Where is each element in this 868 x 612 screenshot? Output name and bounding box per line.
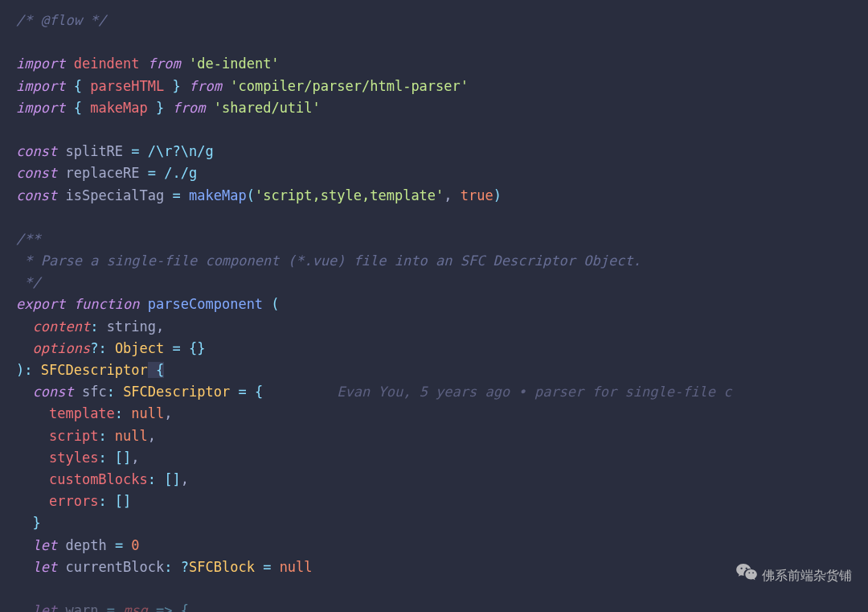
variable: isSpecialTag [65,187,164,203]
code-line: content: string, [16,316,868,338]
code-line: let depth = 0 [16,535,868,557]
import-name: parseHTML [90,78,164,94]
code-line: export function parseComponent ( [16,294,868,315]
braces: {} [189,340,205,356]
regex-literal: /./g [164,165,197,181]
array-literal: [] [164,471,180,487]
brace: } [164,78,180,94]
code-line: /* @flow */ [16,10,868,31]
brace: { [148,362,164,378]
operator: = [148,165,156,181]
keyword-function: function [74,296,140,312]
null-literal: null [115,428,148,444]
code-editor[interactable]: /* @flow */ import deindent from 'de-ind… [16,10,868,612]
code-line: import deindent from 'de-indent' [16,53,868,75]
code-line [16,31,868,53]
brace: } [148,100,164,116]
optional-marker: ? [90,340,98,356]
code-line: const splitRE = /\r?\n/g [16,141,868,162]
boolean-literal: true [461,187,493,203]
function-call: makeMap [189,187,247,203]
keyword-import: import [16,78,65,94]
brace: { [74,78,90,94]
operator: = [230,384,255,400]
keyword-import: import [16,55,65,72]
watermark: 佛系前端杂货铺 [736,564,852,588]
property: template [49,405,115,421]
string-literal: 'compiler/parser/html-parser' [230,78,469,94]
variable: depth [65,537,106,553]
variable: sfc [82,384,107,400]
colon: : [148,471,164,487]
operator: = [173,187,181,203]
colon: : [98,428,114,444]
code-line [16,119,868,141]
code-line: * Parse a single-file component (*.vue) … [16,250,868,272]
paren: ) [493,187,502,203]
operator: = [255,559,280,575]
string-literal: 'shared/util' [214,100,321,116]
array-literal: [] [115,493,131,509]
git-blame-annotation: Evan You, 5 years ago • parser for singl… [337,384,731,400]
code-line: import { makeMap } from 'shared/util' [16,97,868,119]
colon: : [115,405,131,421]
brace: } [32,515,40,531]
operator: = [107,537,132,553]
comment: */ [16,274,41,290]
type-annotation: Object [115,340,164,356]
import-name: makeMap [90,100,148,116]
comma: , [156,318,164,335]
code-line: } [16,512,868,534]
comment: /* @flow */ [16,12,107,28]
property: errors [49,493,98,509]
keyword-from: from [189,78,222,94]
watermark-text: 佛系前端杂货铺 [762,565,852,586]
brace: { [74,100,90,116]
colon: : [107,384,123,400]
null-literal: null [131,405,164,421]
code-line: let warn = msg => { [16,600,868,612]
colon: : [98,493,114,509]
arrow: => [148,602,181,612]
keyword-let: let [32,602,57,612]
string-literal: 'de-indent' [189,55,280,72]
keyword-let: let [32,537,57,553]
type-annotation: string [107,318,156,335]
paren: ) [16,362,24,378]
colon: : [98,450,114,466]
colon: : [90,318,106,335]
colon: : [164,559,180,575]
comment: * Parse a single-file component (*.vue) … [16,253,641,269]
code-line: template: null, [16,403,868,425]
import-name: deindent [74,55,140,72]
type-annotation: SFCDescriptor [123,384,230,400]
variable: currentBlock [65,559,164,575]
code-line: const sfc: SFCDescriptor = { Evan You, 5… [16,381,868,403]
nullable-marker: ? [181,559,189,575]
keyword-import: import [16,100,65,116]
string-literal: 'script,style,template' [255,187,444,203]
comma: , [148,428,156,444]
comma: , [164,405,172,421]
property: styles [49,450,98,466]
code-line: const isSpecialTag = makeMap('script,sty… [16,185,868,207]
regex-literal: /\r?\n/g [148,143,214,159]
property: script [49,428,98,444]
code-line: script: null, [16,425,868,447]
colon: : [98,340,114,356]
parameter: content [32,318,90,335]
keyword-from: from [173,100,206,116]
variable: replaceRE [65,165,139,181]
paren: ( [247,187,255,203]
comma: , [181,471,189,487]
comment: /** [16,231,41,247]
brace: { [181,602,189,612]
keyword-const: const [16,143,57,159]
parameter: msg [123,602,148,612]
comma: , [444,187,460,203]
brace: { [255,384,263,400]
code-line [16,207,868,228]
code-line: /** [16,228,868,250]
operator: = [164,340,189,356]
code-line: const replaceRE = /./g [16,162,868,184]
